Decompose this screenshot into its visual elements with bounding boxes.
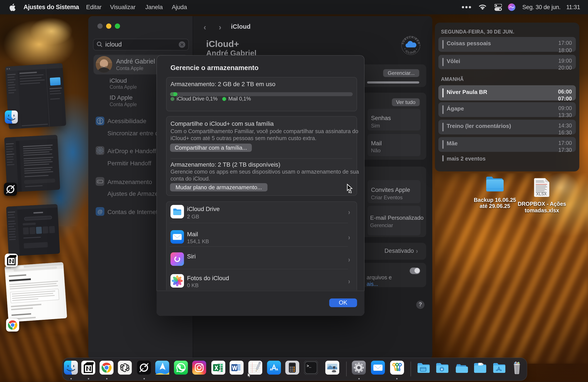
svg-text:@: @ [97,208,103,214]
svg-text:>_: >_ [307,364,311,368]
svg-text:XLSX: XLSX [536,192,547,196]
svg-text:* ICLOUD *: * ICLOUD * [403,48,419,54]
